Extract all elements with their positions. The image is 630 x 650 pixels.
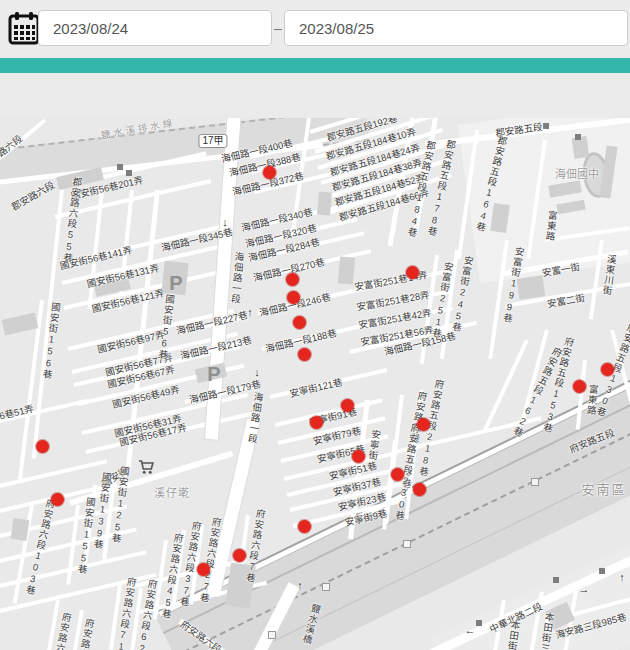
building [317, 191, 332, 215]
date-range-toolbar: – [0, 0, 630, 58]
poi-marker[interactable] [352, 450, 365, 463]
street-label: 郡安路六段 [10, 180, 56, 212]
powerline-node [322, 583, 330, 591]
poi-marker[interactable] [298, 520, 311, 533]
street-label: 安寧街121巷 [289, 377, 344, 398]
place-label: 溪仔墘 [154, 488, 190, 499]
poi-marker[interactable] [391, 468, 404, 481]
building [11, 518, 30, 541]
poi-marker[interactable] [233, 549, 246, 562]
street-label: 富東路 [545, 210, 558, 242]
street-label: 海佃路一段 [247, 391, 264, 444]
street-label: 郡安路六段55巷 [62, 176, 82, 264]
parking-icon: P [207, 364, 220, 384]
building [338, 256, 355, 284]
road-stop-square [117, 164, 123, 170]
poi-marker[interactable] [287, 291, 300, 304]
poi-marker[interactable] [263, 166, 276, 179]
date-range-separator: – [274, 20, 282, 36]
app-window: – 鹽水溪排水線路六段17甲郡安路六段國安街56巷201弄郡安路六段55巷國安街… [0, 0, 630, 650]
poi-marker[interactable] [341, 399, 354, 412]
direction-arrow: ↑ [247, 307, 253, 318]
poi-marker[interactable] [310, 416, 323, 429]
sub-toolbar [0, 73, 630, 119]
place-label: 海佃國中 [555, 169, 599, 180]
poi-marker[interactable] [417, 418, 430, 431]
street-label: 富東路 [586, 384, 598, 416]
road [0, 459, 108, 489]
poi-marker[interactable] [601, 363, 614, 376]
direction-arrow: ↓ [222, 217, 228, 228]
route-badge: 17甲 [198, 134, 227, 148]
poi-marker[interactable] [573, 380, 586, 393]
powerline-node [531, 478, 539, 486]
road-stop-square [553, 577, 559, 583]
accent-bar [0, 58, 630, 73]
poi-marker[interactable] [36, 440, 49, 453]
supermarket-cart-icon [138, 460, 154, 475]
calendar-icon [8, 11, 40, 45]
place-label: 安南區 [581, 483, 626, 496]
poi-marker[interactable] [293, 316, 306, 329]
road-stop-square [476, 620, 482, 626]
powerline-node [268, 631, 276, 639]
direction-arrow: ↓ [254, 367, 260, 378]
poi-marker[interactable] [406, 266, 419, 279]
parking-icon: P [169, 273, 182, 293]
direction-arrow: ↑ [619, 572, 625, 583]
direction-arrow: → [579, 584, 590, 595]
road-stop-square [543, 123, 549, 129]
building [2, 312, 39, 335]
poi-marker[interactable] [413, 483, 426, 496]
road-stop-square [599, 568, 605, 574]
direction-arrow: ← [465, 625, 476, 636]
road-stop-square [575, 134, 581, 140]
road-stop-square [126, 170, 132, 176]
powerline-node [403, 540, 411, 548]
poi-marker[interactable] [51, 493, 64, 506]
start-date-input[interactable] [38, 10, 272, 46]
poi-marker[interactable] [298, 348, 311, 361]
poi-marker[interactable] [197, 563, 210, 576]
end-date-input[interactable] [284, 10, 628, 46]
street-label: 56巷51弄 [0, 404, 35, 422]
direction-arrow: ↑ [297, 580, 303, 591]
poi-marker[interactable] [286, 273, 299, 286]
street-label: 海佃路一段 [230, 251, 244, 304]
map-canvas[interactable]: 鹽水溪排水線路六段17甲郡安路六段國安街56巷201弄郡安路六段55巷國安街56… [0, 118, 630, 650]
building [517, 275, 546, 299]
